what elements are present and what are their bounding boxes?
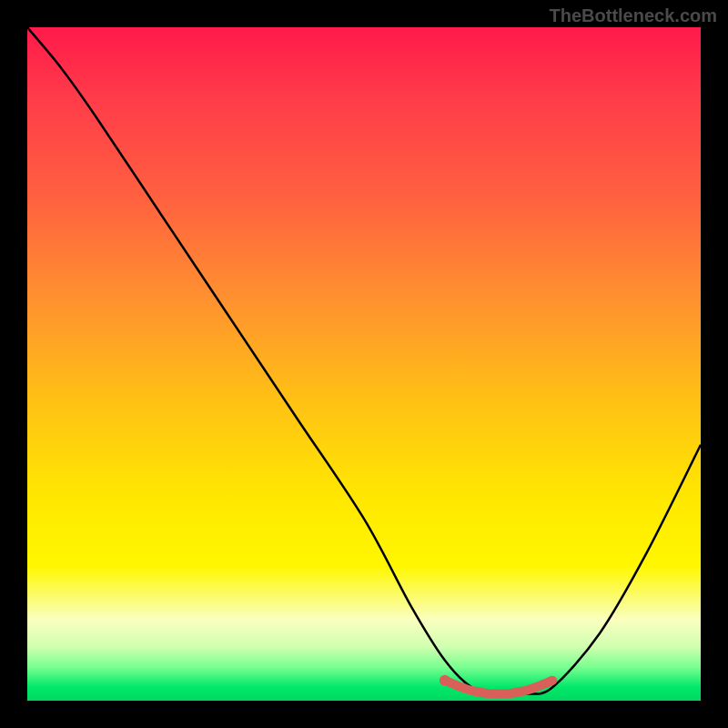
chart-gradient-background (27, 27, 701, 701)
watermark-text: TheBottleneck.com (550, 5, 717, 26)
